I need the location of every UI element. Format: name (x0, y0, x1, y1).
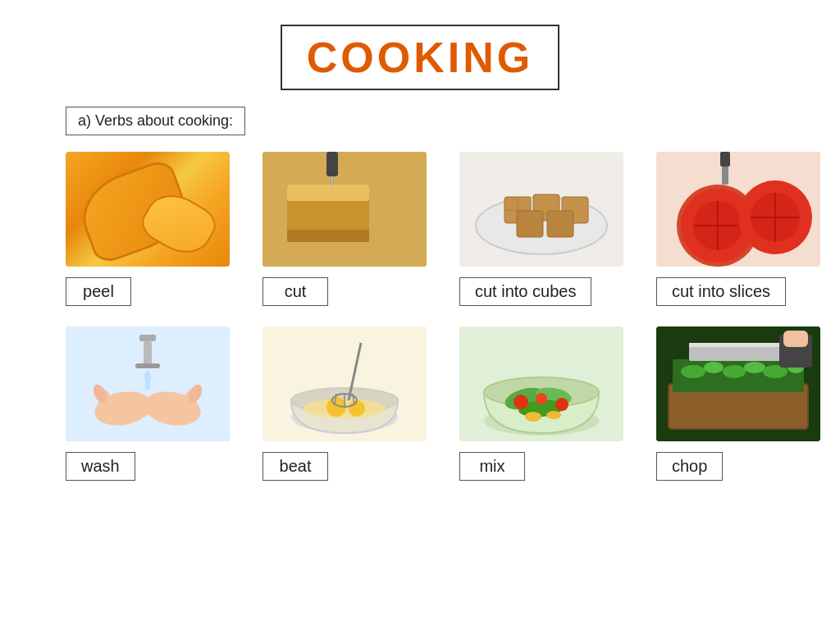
cut-into-cubes-image (459, 152, 623, 267)
svg-rect-31 (139, 335, 156, 341)
cut-into-slices-image (656, 152, 820, 267)
row-2-images (66, 326, 807, 448)
svg-rect-4 (287, 230, 369, 242)
cut-into-cubes-image-cell (459, 152, 640, 273)
mix-label: mix (479, 457, 504, 475)
svg-rect-7 (326, 152, 338, 176)
cut-into-slices-image-cell (656, 152, 837, 273)
peel-image (66, 152, 230, 267)
svg-rect-20 (720, 152, 730, 167)
cut-image (262, 152, 427, 267)
subtitle-box: a) Verbs about cooking: (66, 107, 245, 135)
beat-label: beat (280, 457, 312, 475)
cut-into-cubes-label: cut into cubes (475, 282, 576, 300)
cut-into-slices-label-box: cut into slices (656, 277, 786, 306)
svg-point-35 (145, 381, 150, 390)
peel-image-cell (66, 152, 246, 273)
cut-image-cell (262, 152, 443, 273)
svg-point-68 (681, 365, 705, 378)
mix-image (459, 326, 623, 441)
wash-label-box: wash (66, 452, 135, 481)
cut-label-box: cut (262, 277, 328, 306)
beat-label-cell: beat (262, 452, 443, 481)
mix-label-cell: mix (459, 452, 640, 481)
wash-image-cell (66, 326, 246, 448)
page: COOKING a) Verbs about cooking: (0, 0, 840, 630)
cut-into-slices-label: cut into slices (672, 282, 770, 300)
peel-label-cell: peel (66, 277, 246, 306)
row-1-labels: peel cut cut into cubes cut into slices (66, 277, 807, 322)
beat-label-box: beat (262, 452, 328, 481)
cut-label-cell: cut (262, 277, 443, 306)
wash-label-cell: wash (66, 452, 246, 481)
svg-rect-32 (144, 341, 152, 366)
wash-label: wash (81, 457, 120, 475)
svg-point-60 (555, 398, 568, 411)
svg-rect-2 (287, 185, 369, 201)
svg-rect-75 (689, 343, 788, 347)
svg-rect-15 (547, 211, 573, 237)
row-1-images (66, 152, 807, 273)
wash-image (66, 326, 230, 441)
svg-rect-3 (287, 213, 369, 230)
beat-image (262, 326, 427, 441)
peel-label-box: peel (66, 277, 131, 306)
svg-rect-14 (517, 211, 543, 237)
svg-point-70 (723, 365, 746, 378)
svg-point-63 (546, 411, 561, 419)
svg-point-71 (744, 362, 765, 373)
svg-point-62 (525, 412, 541, 422)
chop-label: chop (672, 457, 707, 475)
svg-rect-77 (783, 331, 808, 347)
peel-label: peel (83, 282, 114, 300)
page-title: COOKING (307, 33, 533, 82)
svg-point-59 (514, 395, 528, 409)
cut-into-slices-label-cell: cut into slices (656, 277, 837, 306)
beat-image-cell (262, 326, 443, 448)
chop-image (656, 326, 820, 441)
mix-label-box: mix (459, 452, 525, 481)
title-box: COOKING (281, 25, 559, 90)
mix-image-cell (459, 326, 640, 448)
svg-rect-33 (135, 363, 160, 368)
svg-point-61 (536, 393, 547, 404)
cut-into-cubes-label-box: cut into cubes (459, 277, 591, 306)
title-container: COOKING (33, 25, 807, 90)
chop-image-cell (656, 326, 837, 448)
cut-label: cut (285, 282, 307, 300)
chop-label-cell: chop (656, 452, 837, 481)
subtitle-text: a) Verbs about cooking: (78, 112, 233, 129)
row-2-labels: wash beat mix chop (66, 452, 807, 497)
cut-into-cubes-label-cell: cut into cubes (459, 277, 640, 306)
svg-point-69 (704, 362, 724, 373)
chop-label-box: chop (656, 452, 723, 481)
